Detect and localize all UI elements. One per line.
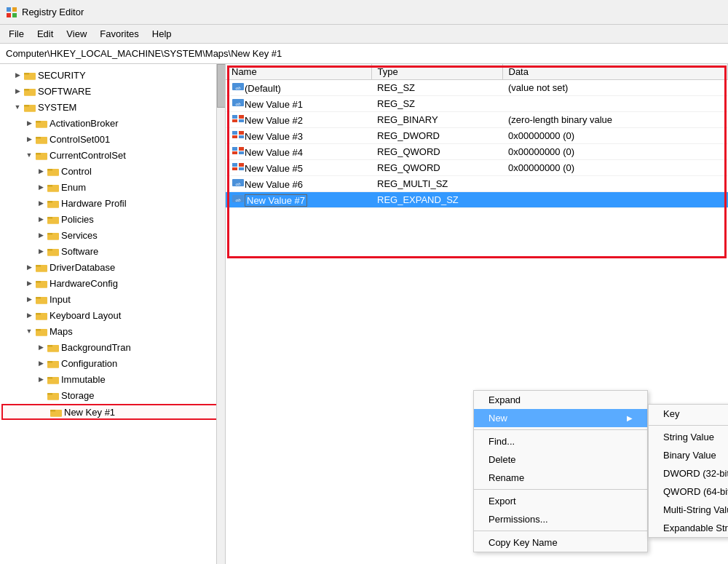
main-area: ▶ SECURITY ▶ SOFTWARE ▼ SYSTEM ▶ [0,64,728,564]
val-name-text: New Value #7 [245,194,307,207]
svg-rect-39 [47,344,52,346]
menu-favorites[interactable]: Favorites [94,27,144,41]
sub-string-label: String Value [663,432,714,442]
expander-driverdb[interactable]: ▶ [23,263,35,271]
tree-node-storage[interactable]: ▶ Storage [0,387,225,403]
svg-rect-62 [232,151,237,154]
menu-bar: File Edit View Favorites Help [0,25,728,44]
tree-node-security[interactable]: ▶ SECURITY [0,67,225,83]
ctx-delete-label: Delete [488,454,516,465]
menu-help[interactable]: Help [146,27,178,41]
tree-node-maps[interactable]: ▼ Maps [0,323,225,339]
ctx-find[interactable]: Find... [474,432,647,450]
tree-node-software[interactable]: ▶ SOFTWARE [0,83,225,99]
tree-node-bgtrans[interactable]: ▶ BackgroundTran [0,339,225,355]
svg-rect-9 [24,104,29,106]
sub-binary[interactable]: Binary Value [649,446,728,464]
expander-maps[interactable]: ▼ [23,327,35,335]
tree-node-enum[interactable]: ▶ Enum [0,179,225,195]
expander-softsub[interactable]: ▶ [35,247,47,255]
tree-label-kblayout: Keyboard Layout [50,310,121,321]
tree-label-cs001: ControlSet001 [50,134,110,145]
tree-node-hwprofile[interactable]: ▶ Hardware Profil [0,195,225,211]
val-type-cell: REG_QWORD [371,160,502,176]
sub-key[interactable]: Key [649,405,728,423]
tree-node-input[interactable]: ▶ Input [0,291,225,307]
table-row[interactable]: ab (Default)REG_SZ(value not set) [226,80,728,96]
svg-rect-55 [239,119,244,122]
svg-rect-53 [239,115,244,119]
tree-node-cs001[interactable]: ▶ ControlSet001 [0,131,225,147]
sub-expandstring[interactable]: Expandable String Value [649,519,728,537]
folder-icon-input [35,295,48,304]
tree-node-hwconfig[interactable]: ▶ HardwareConfig [0,275,225,291]
sub-dword[interactable]: DWORD (32-bit) Value [649,464,728,482]
expander-control[interactable]: ▶ [35,167,47,175]
table-row[interactable]: New Value #3REG_DWORD0x00000000 (0) [226,128,728,144]
val-data-cell: 0x00000000 (0) [502,144,728,160]
expander-kblayout[interactable]: ▶ [23,311,35,319]
sub-multistring[interactable]: Multi-String Value [649,501,728,519]
tree-node-system[interactable]: ▼ SYSTEM [0,99,225,115]
expander-cs001[interactable]: ▶ [23,135,35,143]
table-row[interactable]: New Value #4REG_QWORD0x00000000 (0) [226,144,728,160]
expander-software[interactable]: ▶ [12,87,23,95]
tree-node-kblayout[interactable]: ▶ Keyboard Layout [0,307,225,323]
expander-immutable[interactable]: ▶ [35,376,47,383]
svg-rect-27 [47,248,52,250]
ctx-expand[interactable]: Expand [474,391,647,409]
expander-ccs[interactable]: ▼ [23,151,35,159]
menu-edit[interactable]: Edit [31,27,59,41]
expander-actbroker[interactable]: ▶ [23,119,35,127]
tree-node-control[interactable]: ▶ Control [0,163,225,179]
ctx-delete[interactable]: Delete [474,450,647,469]
tree-label-actbroker: ActivationBroker [50,118,119,129]
val-name-cell: ab (Default) [226,80,371,96]
svg-rect-35 [36,312,41,314]
tree-node-immutable[interactable]: ▶ Immutable [0,371,225,387]
expander-system[interactable]: ▼ [12,103,23,111]
ctx-copykeyname[interactable]: Copy Key Name [474,533,647,552]
sub-string[interactable]: String Value [649,428,728,446]
ctx-new[interactable]: New ▶ [474,409,647,427]
expander-services[interactable]: ▶ [35,231,47,239]
ctx-rename[interactable]: Rename [474,469,647,487]
ctx-divider-3 [474,531,647,531]
table-row[interactable]: ab New Value #7REG_EXPAND_SZ [226,192,728,208]
expander-config[interactable]: ▶ [35,360,47,367]
tree-node-config[interactable]: ▶ Configuration [0,355,225,371]
val-name-cell: New Value #3 [226,128,371,144]
folder-icon-config [47,359,60,368]
val-name-cell: ab New Value #6 [226,176,371,192]
tree-node-softsub[interactable]: ▶ Software [0,243,225,259]
tree-node-ccs[interactable]: ▼ CurrentControlSet [0,147,225,163]
expander-hwconfig[interactable]: ▶ [23,279,35,287]
expander-bgtrans[interactable]: ▶ [35,343,47,351]
val-name-cell: New Value #4 [226,144,371,160]
expander-hwprofile[interactable]: ▶ [35,199,47,207]
expander-security[interactable]: ▶ [12,71,23,79]
values-panel: Name Type Data ab (Default)REG_SZ(value … [226,64,728,564]
sub-qword[interactable]: QWORD (64-bit) Value [649,482,728,501]
tree-node-policies[interactable]: ▶ Policies [0,211,225,227]
tree-node-actbroker[interactable]: ▶ ActivationBroker [0,115,225,131]
val-type-cell: REG_BINARY [371,112,502,128]
expander-input[interactable]: ▶ [23,295,35,303]
app-icon [6,7,17,18]
ctx-permissions[interactable]: Permissions... [474,510,647,528]
col-name: Name [226,64,371,80]
tree-node-newkey1[interactable]: ▶ New Key #1 [1,404,223,420]
table-row[interactable]: ab New Value #6REG_MULTI_SZ [226,176,728,192]
expander-policies[interactable]: ▶ [35,215,47,223]
menu-view[interactable]: View [60,27,92,41]
table-row[interactable]: New Value #2REG_BINARY(zero-length binar… [226,112,728,128]
menu-file[interactable]: File [3,27,30,41]
ctx-find-label: Find... [488,436,515,447]
expander-enum[interactable]: ▶ [35,183,47,191]
tree-node-services[interactable]: ▶ Services [0,227,225,243]
tree-node-driverdb[interactable]: ▶ DriverDatabase [0,259,225,275]
table-row[interactable]: New Value #5REG_QWORD0x00000000 (0) [226,160,728,176]
svg-rect-33 [36,296,41,298]
ctx-export[interactable]: Export [474,492,647,510]
table-row[interactable]: ab New Value #1REG_SZ [226,96,728,112]
